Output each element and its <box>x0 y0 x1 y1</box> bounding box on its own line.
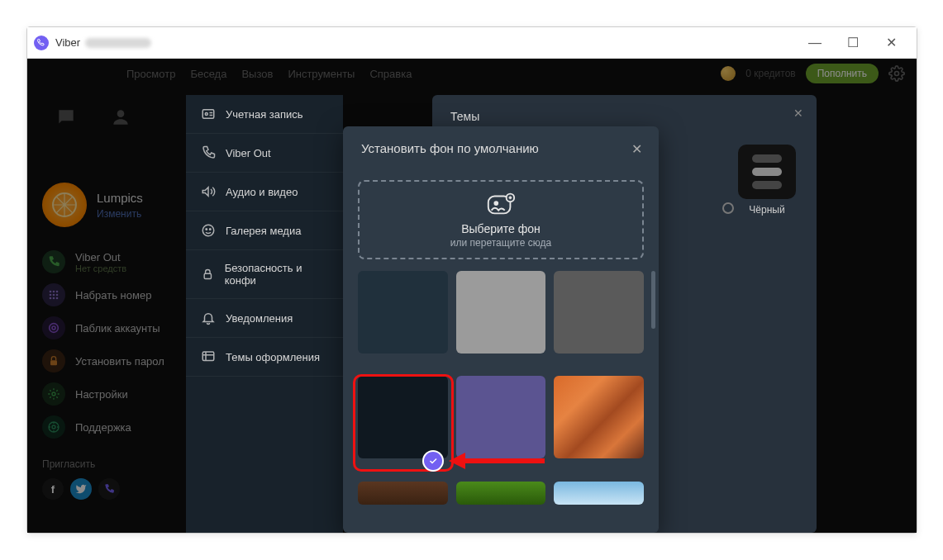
settings-cat-security[interactable]: Безопасность и конфи <box>186 250 343 299</box>
window-title: Viber <box>55 36 80 49</box>
settings-cat-notifications-label: Уведомления <box>226 312 293 325</box>
maximize-button[interactable]: ☐ <box>834 29 872 57</box>
bg-tile-9[interactable] <box>554 482 644 505</box>
selected-check-icon <box>424 452 442 470</box>
svg-point-22 <box>210 229 212 230</box>
themes-modal-title: Темы <box>450 110 479 123</box>
bg-tiles-grid <box>343 271 659 519</box>
settings-cat-account[interactable]: Учетная запись <box>186 95 343 134</box>
window-controls: ― ☐ ✕ <box>796 29 910 57</box>
settings-cat-av[interactable]: Аудио и видео <box>186 173 343 211</box>
bg-tile-6[interactable] <box>554 376 644 458</box>
minimize-button[interactable]: ― <box>796 29 834 57</box>
grid-scrollbar[interactable] <box>651 271 655 329</box>
svg-point-19 <box>205 113 207 116</box>
bg-modal-close-button[interactable] <box>627 140 645 158</box>
svg-point-21 <box>206 229 207 230</box>
app-body: Просмотр Беседа Вызов Инструменты Справк… <box>27 59 917 533</box>
svg-point-20 <box>202 225 214 236</box>
bg-tile-1[interactable] <box>358 271 448 354</box>
bg-tile-7[interactable] <box>358 482 448 505</box>
svg-marker-29 <box>449 453 465 469</box>
bg-tile-3[interactable] <box>554 271 644 354</box>
bg-tile-8[interactable] <box>456 482 546 505</box>
svg-rect-23 <box>204 273 211 278</box>
settings-cat-viberout[interactable]: Viber Out <box>186 134 343 173</box>
theme-option-black-label: Чёрный <box>734 204 800 216</box>
settings-cat-account-label: Учетная запись <box>226 108 303 121</box>
bg-modal-title: Установить фон по умолчанию <box>361 141 539 155</box>
settings-cat-notifications[interactable]: Уведомления <box>186 299 343 338</box>
annotation-arrow-icon <box>447 448 546 477</box>
bg-tile-2[interactable] <box>456 271 546 354</box>
settings-categories-panel: Учетная запись Viber Out Аудио и видео Г… <box>186 95 343 533</box>
svg-point-26 <box>494 202 498 205</box>
theme-preview-black <box>738 145 796 199</box>
themes-modal-close-button[interactable] <box>793 107 803 120</box>
bg-tile-5[interactable] <box>456 376 546 458</box>
settings-cat-themes[interactable]: Темы оформления <box>186 338 343 377</box>
bg-tile-4-selected[interactable] <box>358 376 448 458</box>
titlebar: Viber ― ☐ ✕ <box>27 27 917 59</box>
settings-cat-av-label: Аудио и видео <box>226 186 298 198</box>
dropzone-title: Выберите фон <box>461 222 541 235</box>
settings-cat-themes-label: Темы оформления <box>226 351 320 363</box>
viber-logo-icon <box>34 36 49 50</box>
settings-cat-media[interactable]: Галерея медиа <box>186 211 343 250</box>
radio-icon[interactable] <box>722 202 734 214</box>
dropzone[interactable]: Выберите фон или перетащите сюда <box>358 180 644 259</box>
svg-rect-24 <box>202 352 214 361</box>
settings-cat-security-label: Безопасность и конфи <box>225 262 328 287</box>
app-window: Viber ― ☐ ✕ Просмотр Беседа Вызов Инстру… <box>26 26 917 534</box>
blurred-text <box>85 38 151 48</box>
dropzone-subtitle: или перетащите сюда <box>450 237 551 249</box>
theme-option-black[interactable]: Чёрный <box>734 145 800 216</box>
settings-cat-viberout-label: Viber Out <box>226 147 271 159</box>
settings-cat-media-label: Галерея медиа <box>226 225 301 237</box>
close-button[interactable]: ✕ <box>872 29 910 57</box>
